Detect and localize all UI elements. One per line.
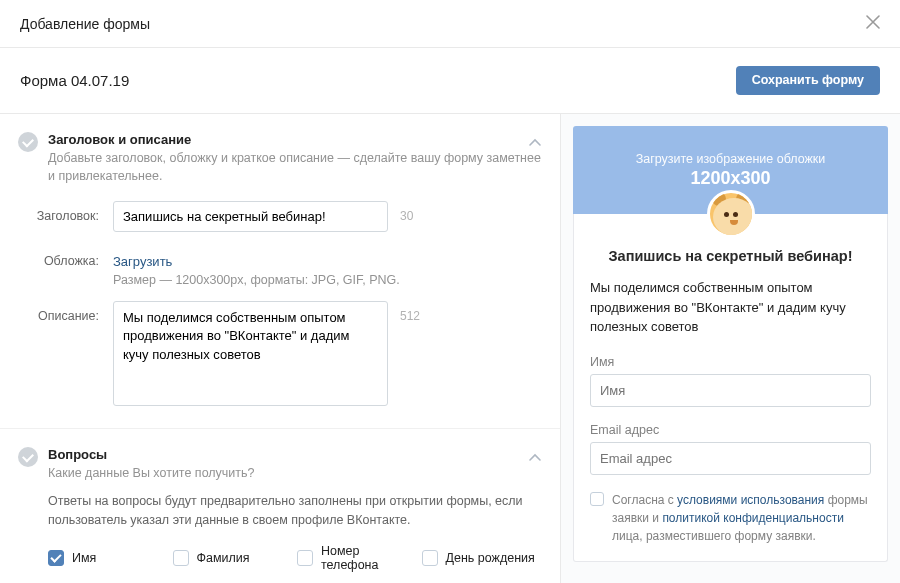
preview-field-label: Email адрес [590, 423, 871, 437]
preview-description: Мы поделимся собственным опытом продвиже… [590, 278, 871, 337]
check-icon [18, 447, 38, 467]
collapse-toggle[interactable] [528, 451, 542, 468]
hamster-icon [710, 190, 752, 238]
description-label: Описание: [18, 301, 113, 323]
checkbox-label: Имя [72, 551, 96, 565]
cover-text: Загрузите изображение обложки [636, 152, 826, 166]
heading-input[interactable] [113, 201, 388, 232]
checkbox-icon [422, 550, 438, 566]
checkbox-icon [297, 550, 313, 566]
preview-title: Запишись на секретный вебинар! [590, 248, 871, 264]
preview-field-label: Имя [590, 355, 871, 369]
upload-cover-link[interactable]: Загрузить [113, 254, 172, 269]
checkbox-label: Фамилия [197, 551, 250, 565]
collapse-toggle[interactable] [528, 136, 542, 153]
avatar [707, 190, 755, 238]
preview-name-input[interactable] [590, 374, 871, 407]
cover-placeholder[interactable]: Загрузите изображение обложки 1200x300 [573, 126, 888, 214]
question-checkbox[interactable]: Номер телефона [297, 544, 418, 572]
consent-text: Согласна с [612, 493, 677, 507]
question-checkbox[interactable]: Фамилия [173, 544, 294, 572]
heading-label: Заголовок: [18, 201, 113, 223]
description-counter: 512 [400, 301, 420, 323]
consent-checkbox[interactable] [590, 492, 604, 506]
consent-row: Согласна с условиями использования формы… [590, 491, 871, 545]
editor-panel: Заголовок и описание Добавьте заголовок,… [0, 114, 560, 583]
preview-email-input[interactable] [590, 442, 871, 475]
cover-label: Обложка: [18, 246, 113, 268]
close-icon[interactable] [866, 15, 880, 32]
title-row: Форма 04.07.19 Сохранить форму [0, 48, 900, 114]
checkbox-icon [48, 550, 64, 566]
checkbox-label: День рождения [446, 551, 535, 565]
section-title: Заголовок и описание [48, 132, 542, 147]
consent-text: лица, разместившего форму заявки. [612, 529, 816, 543]
checkbox-label: Номер телефона [321, 544, 418, 572]
heading-counter: 30 [400, 201, 413, 223]
section-subtitle: Добавьте заголовок, обложку и краткое оп… [48, 149, 542, 185]
section-subtitle: Какие данные Вы хотите получить? [48, 464, 542, 482]
section-questions: Вопросы Какие данные Вы хотите получить?… [0, 429, 560, 583]
section-header-description: Заголовок и описание Добавьте заголовок,… [0, 114, 560, 429]
question-checkbox[interactable]: Имя [48, 544, 169, 572]
modal-header: Добавление формы [0, 0, 900, 48]
questions-note: Ответы на вопросы будут предварительно з… [48, 492, 542, 530]
check-icon [18, 132, 38, 152]
description-textarea[interactable] [113, 301, 388, 406]
checkbox-icon [173, 550, 189, 566]
privacy-link[interactable]: политикой конфиденциальности [662, 511, 843, 525]
form-name: Форма 04.07.19 [20, 72, 129, 89]
modal-title: Добавление формы [20, 16, 150, 32]
preview-panel: Загрузите изображение обложки 1200x300 З… [560, 114, 900, 583]
section-title: Вопросы [48, 447, 542, 462]
cover-dimensions: 1200x300 [690, 168, 770, 189]
cover-hint: Размер — 1200x300px, форматы: JPG, GIF, … [113, 273, 400, 287]
save-form-button[interactable]: Сохранить форму [736, 66, 880, 95]
question-checkbox[interactable]: День рождения [422, 544, 543, 572]
terms-link[interactable]: условиями использования [677, 493, 824, 507]
